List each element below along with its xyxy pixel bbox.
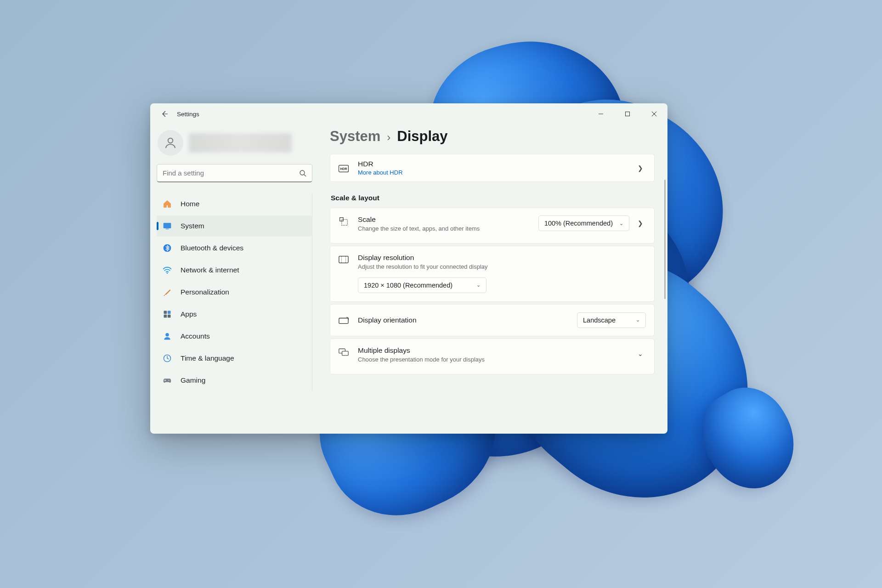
username-redacted — [189, 133, 292, 153]
svg-text:HDR: HDR — [340, 167, 347, 170]
sidebar-item-label: Home — [181, 200, 199, 208]
wifi-icon — [162, 265, 172, 275]
chevron-right-icon: ❯ — [635, 220, 646, 227]
hdr-title: HDR — [358, 160, 635, 168]
clock-globe-icon — [162, 353, 172, 363]
scale-icon — [339, 216, 349, 226]
multiple-displays-icon — [339, 347, 349, 357]
back-arrow-icon — [161, 110, 168, 118]
chevron-down-icon: ⌄ — [635, 350, 646, 357]
scale-sub: Change the size of text, apps, and other… — [358, 225, 538, 233]
svg-rect-25 — [342, 351, 349, 355]
svg-rect-9 — [164, 311, 167, 314]
sidebar-item-home[interactable]: Home — [157, 193, 312, 215]
close-button[interactable] — [641, 103, 667, 124]
scale-card[interactable]: Scale Change the size of text, apps, and… — [330, 208, 655, 243]
sidebar-item-bluetooth[interactable]: Bluetooth & devices — [157, 237, 312, 259]
orientation-title: Display orientation — [358, 316, 577, 324]
svg-rect-20 — [339, 256, 348, 263]
sidebar-item-label: Apps — [181, 310, 197, 318]
home-icon — [162, 199, 172, 209]
search-icon — [299, 170, 306, 177]
gamepad-icon — [162, 375, 172, 385]
svg-rect-10 — [168, 311, 171, 314]
sidebar: Home System Bluetooth & devices Network … — [150, 124, 319, 434]
sidebar-item-network[interactable]: Network & internet — [157, 260, 312, 281]
sidebar-item-label: Time & language — [181, 354, 234, 362]
svg-point-15 — [169, 380, 170, 381]
svg-rect-6 — [166, 229, 169, 229]
back-button[interactable] — [157, 106, 172, 122]
section-scale-layout: Scale & layout — [331, 194, 655, 202]
resolution-value: 1920 × 1080 (Recommended) — [364, 282, 452, 289]
resolution-icon — [339, 254, 349, 265]
sidebar-item-label: Gaming — [181, 376, 205, 384]
titlebar: Settings — [150, 103, 667, 124]
hdr-more-link[interactable]: More about HDR — [358, 169, 635, 176]
paintbrush-icon — [162, 287, 172, 297]
sidebar-item-apps[interactable]: Apps — [157, 304, 312, 325]
scale-value: 100% (Recommended) — [544, 220, 613, 227]
scale-dropdown[interactable]: 100% (Recommended) ⌄ — [538, 215, 629, 231]
sidebar-item-label: Network & internet — [181, 266, 239, 274]
resolution-title: Display resolution — [358, 254, 646, 262]
chevron-right-icon: ❯ — [635, 164, 646, 172]
orientation-dropdown[interactable]: Landscape ⌄ — [577, 312, 646, 328]
svg-line-4 — [304, 175, 306, 176]
svg-rect-11 — [164, 315, 167, 318]
accounts-icon — [162, 331, 172, 341]
avatar — [158, 130, 183, 156]
bluetooth-icon — [162, 243, 172, 253]
sidebar-item-label: Bluetooth & devices — [181, 244, 243, 252]
svg-rect-19 — [342, 220, 348, 226]
breadcrumb-separator: › — [387, 131, 390, 144]
nav-list: Home System Bluetooth & devices Network … — [157, 193, 312, 391]
sidebar-item-system[interactable]: System — [157, 215, 312, 237]
close-icon — [651, 111, 657, 117]
sidebar-item-accounts[interactable]: Accounts — [157, 326, 312, 347]
apps-icon — [162, 309, 172, 319]
svg-rect-1 — [626, 112, 630, 116]
sidebar-item-personalization[interactable]: Personalization — [157, 282, 312, 303]
resolution-card: Display resolution Adjust the resolution… — [330, 246, 655, 302]
window-title: Settings — [177, 111, 199, 118]
minimize-button[interactable] — [588, 103, 614, 124]
orientation-card: Display orientation Landscape ⌄ — [330, 304, 655, 336]
search-box[interactable] — [157, 164, 312, 182]
resolution-sub: Adjust the resolution to fit your connec… — [358, 263, 646, 271]
scale-title: Scale — [358, 215, 538, 224]
multiple-displays-card[interactable]: Multiple displays Choose the presentatio… — [330, 339, 655, 374]
maximize-button[interactable] — [614, 103, 641, 124]
sidebar-item-time-language[interactable]: Time & language — [157, 348, 312, 369]
orientation-value: Landscape — [583, 317, 616, 324]
orientation-icon — [339, 316, 349, 326]
resolution-dropdown[interactable]: 1920 × 1080 (Recommended) ⌄ — [358, 277, 486, 293]
scrollbar[interactable] — [664, 157, 666, 429]
system-icon — [162, 221, 172, 231]
sidebar-item-label: System — [181, 222, 204, 230]
svg-rect-5 — [164, 223, 171, 228]
hdr-card[interactable]: HDR HDR More about HDR ❯ — [330, 154, 655, 182]
svg-point-8 — [167, 272, 168, 274]
profile-block[interactable] — [157, 127, 312, 164]
chevron-down-icon: ⌄ — [619, 220, 623, 226]
sidebar-item-label: Accounts — [181, 332, 210, 340]
breadcrumb: System › Display — [330, 128, 655, 145]
svg-rect-23 — [339, 318, 348, 323]
settings-window: Settings — [150, 103, 667, 434]
minimize-icon — [598, 111, 604, 117]
search-input[interactable] — [163, 169, 299, 177]
svg-point-2 — [168, 138, 173, 143]
person-icon — [164, 136, 177, 150]
breadcrumb-parent[interactable]: System — [330, 128, 380, 145]
breadcrumb-current: Display — [397, 128, 447, 145]
svg-rect-12 — [168, 315, 171, 318]
sidebar-item-gaming[interactable]: Gaming — [157, 370, 312, 391]
window-controls — [588, 103, 667, 124]
maximize-icon — [625, 111, 630, 117]
main-content: System › Display HDR HDR More about HDR … — [319, 124, 667, 434]
sidebar-item-label: Personalization — [181, 288, 229, 296]
svg-point-13 — [165, 333, 169, 337]
multiple-displays-sub: Choose the presentation mode for your di… — [358, 356, 635, 364]
hdr-icon: HDR — [339, 164, 349, 174]
